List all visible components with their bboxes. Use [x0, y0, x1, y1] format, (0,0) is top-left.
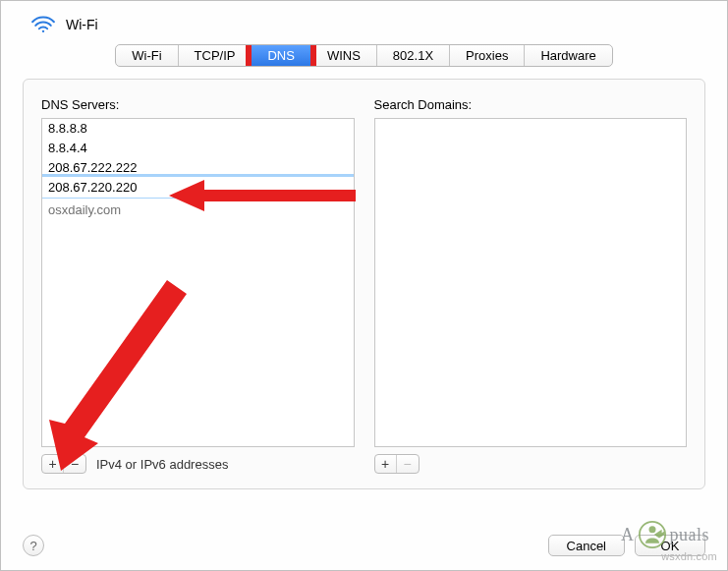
tab-segmented-control: Wi-Fi TCP/IP DNS WINS 802.1X Proxies Har… — [115, 44, 613, 67]
add-dns-button[interactable]: + — [42, 455, 64, 473]
tab-wifi[interactable]: Wi-Fi — [116, 45, 178, 66]
dns-servers-listbox[interactable]: 8.8.8.8 8.8.4.4 208.67.222.222 208.67.22… — [41, 118, 355, 447]
svg-point-4 — [648, 526, 655, 533]
cancel-button[interactable]: Cancel — [548, 535, 625, 556]
tab-hardware[interactable]: Hardware — [525, 45, 611, 66]
tab-wins[interactable]: WINS — [311, 45, 377, 66]
search-domains-add-remove-control: + − — [374, 454, 420, 474]
remove-dns-button[interactable]: − — [64, 455, 85, 473]
content-well: DNS Servers: 8.8.8.8 8.8.4.4 208.67.222.… — [23, 79, 705, 489]
plus-icon: + — [381, 456, 389, 472]
list-item[interactable]: osxdaily.com — [42, 200, 354, 220]
help-button[interactable]: ? — [23, 535, 44, 556]
dns-servers-column: DNS Servers: 8.8.8.8 8.8.4.4 208.67.222.… — [41, 97, 355, 475]
tab-tcpip[interactable]: TCP/IP — [179, 45, 252, 66]
remove-search-domain-button[interactable]: − — [397, 455, 419, 473]
footer-bar: ? Cancel OK — [23, 535, 705, 556]
minus-icon: − — [71, 456, 79, 472]
dns-servers-label: DNS Servers: — [41, 97, 355, 112]
plus-icon: + — [48, 456, 56, 472]
add-search-domain-button[interactable]: + — [375, 455, 397, 473]
list-item[interactable]: 8.8.8.8 — [42, 119, 354, 139]
network-advanced-window: Wi-Fi Wi-Fi TCP/IP DNS WINS 802.1X Proxi… — [0, 0, 728, 571]
list-item-editing[interactable]: 208.67.220.220 — [42, 178, 354, 198]
window-title: Wi-Fi — [66, 17, 98, 32]
window-header: Wi-Fi — [1, 1, 727, 44]
tab-dns[interactable]: DNS — [252, 45, 310, 66]
wifi-icon — [30, 15, 56, 34]
search-domains-listbox[interactable] — [374, 118, 688, 447]
dns-add-remove-control: + − — [41, 454, 86, 474]
help-icon: ? — [29, 539, 36, 553]
dns-hint: IPv4 or IPv6 addresses — [96, 457, 228, 472]
brand-logo-icon — [639, 521, 666, 548]
search-domains-column: Search Domains: + − — [374, 97, 688, 475]
site-watermark: wsxdn.com — [661, 550, 717, 562]
svg-point-0 — [42, 30, 44, 32]
search-domains-label: Search Domains: — [374, 97, 688, 112]
tab-bar: Wi-Fi TCP/IP DNS WINS 802.1X Proxies Har… — [1, 44, 727, 67]
list-item[interactable]: 8.8.4.4 — [42, 139, 354, 158]
tab-proxies[interactable]: Proxies — [450, 45, 525, 66]
selection-highlight — [42, 174, 354, 177]
minus-icon: − — [403, 456, 411, 472]
tab-8021x[interactable]: 802.1X — [377, 45, 450, 66]
brand-watermark: A puals — [621, 521, 709, 548]
